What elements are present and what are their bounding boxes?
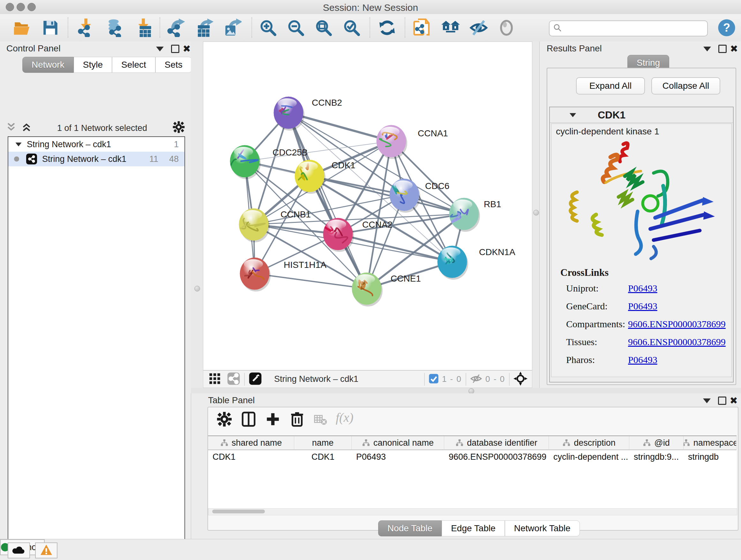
tab-style[interactable]: Style — [74, 57, 112, 73]
cloud-status-button[interactable] — [8, 543, 30, 558]
expand-all-networks-icon[interactable] — [21, 122, 32, 135]
close-panel-icon[interactable]: ✖ — [728, 395, 739, 406]
table-cell[interactable]: CDK1 — [208, 450, 294, 463]
node-CDKN1A[interactable] — [437, 246, 468, 280]
network-options-gear-icon[interactable] — [172, 121, 185, 136]
splitter-handle[interactable] — [533, 210, 539, 215]
show-columns-icon[interactable] — [241, 411, 257, 427]
node-label-CDK1: CDK1 — [332, 160, 355, 170]
panel-splitter-horizontal[interactable] — [191, 388, 741, 393]
create-column-icon[interactable] — [265, 411, 281, 427]
tab-node-table[interactable]: Node Table — [378, 520, 442, 537]
float-panel-icon[interactable] — [701, 395, 712, 406]
network-collection-row[interactable]: String Network – cdk1 1 — [8, 137, 185, 152]
network-row[interactable]: String Network – cdk1 11 48 — [8, 152, 185, 166]
delete-column-icon[interactable] — [289, 411, 305, 427]
import-network-database-icon[interactable] — [105, 18, 123, 37]
node-CDC6[interactable] — [390, 179, 420, 212]
search-box[interactable] — [549, 20, 708, 37]
table-cell[interactable]: cyclin-dependent ... — [549, 450, 629, 463]
zoom-selected-icon[interactable] — [342, 18, 361, 37]
open-session-icon[interactable] — [12, 18, 31, 37]
maximize-panel-icon[interactable] — [717, 395, 728, 406]
panel-splitter-vertical[interactable] — [532, 42, 539, 388]
column-header-description[interactable]: description — [549, 436, 629, 450]
node-CCNE1[interactable] — [352, 273, 383, 307]
maximize-panel-icon[interactable] — [170, 44, 181, 54]
node-CCNA1[interactable] — [377, 125, 407, 159]
warnings-button[interactable] — [35, 543, 57, 558]
crosslink-link[interactable]: P06493 — [628, 301, 657, 312]
node-CCNB2[interactable] — [274, 97, 305, 131]
column-header-database-identifier[interactable]: database identifier — [444, 436, 549, 450]
table-cell[interactable]: 9606.ENSP00000378699 — [444, 450, 549, 463]
node-label-CDKN1A: CDKN1A — [479, 247, 515, 257]
export-image-icon[interactable] — [223, 18, 242, 37]
hide-selected-icon[interactable] — [469, 18, 488, 37]
tab-edge-table[interactable]: Edge Table — [442, 520, 505, 537]
crosslink-link[interactable]: P06493 — [628, 283, 657, 294]
close-panel-icon[interactable]: ✖ — [181, 44, 192, 54]
zoom-in-icon[interactable] — [259, 18, 277, 37]
column-header-namespace[interactable]: namespace — [684, 436, 737, 450]
selected-checkbox-icon[interactable] — [428, 374, 439, 385]
scrollbar-thumb[interactable] — [212, 509, 265, 513]
detach-view-icon[interactable] — [249, 372, 262, 387]
export-network-icon[interactable] — [167, 18, 186, 37]
maximize-panel-icon[interactable] — [717, 44, 728, 54]
node-CDK1[interactable] — [295, 160, 326, 194]
column-header-@id[interactable]: @id — [629, 436, 684, 450]
import-table-file-icon[interactable] — [134, 18, 152, 37]
search-input[interactable] — [565, 22, 707, 35]
column-header-canonical-name[interactable]: canonical name — [352, 436, 444, 450]
close-panel-icon[interactable]: ✖ — [729, 44, 739, 54]
node-result-header[interactable]: CDK1 — [550, 107, 733, 123]
expand-all-button[interactable]: Expand All — [576, 77, 645, 95]
crosslink-link[interactable]: 9606.ENSP00000378699 — [628, 319, 726, 329]
zoom-out-icon[interactable] — [286, 18, 305, 37]
edge-h1-e1[interactable] — [255, 273, 367, 289]
float-panel-icon[interactable] — [702, 44, 713, 54]
current-network-indicator — [14, 157, 19, 162]
network-share-icon[interactable] — [227, 372, 240, 387]
table-cell[interactable]: stringdb — [684, 450, 737, 463]
node-table[interactable]: shared namenamecanonical namedatabase id… — [208, 435, 737, 508]
tab-network-table[interactable]: Network Table — [505, 520, 580, 537]
table-horizontal-scrollbar[interactable] — [208, 508, 737, 515]
network-view-title: String Network – cdk1 — [274, 374, 358, 384]
help-button[interactable]: ? — [718, 18, 736, 37]
node-CDC25B[interactable] — [227, 145, 261, 179]
table-cell[interactable]: P06493 — [352, 450, 444, 463]
network-canvas[interactable]: CCNB2 CCNA1 CDC25B CDK1 CDC6 RB1 CCNB1 — [203, 42, 532, 370]
tab-sets[interactable]: Sets — [155, 57, 192, 73]
tab-select[interactable]: Select — [112, 57, 155, 73]
birds-eye-view-icon[interactable] — [514, 372, 528, 387]
apply-layout-icon[interactable] — [378, 18, 396, 37]
node-RB1[interactable] — [449, 198, 480, 232]
table-options-gear-icon[interactable] — [216, 411, 232, 427]
export-table-icon[interactable] — [195, 18, 213, 37]
panel-splitter-vertical[interactable] — [191, 42, 203, 388]
float-panel-icon[interactable] — [154, 44, 165, 54]
crosslink-link[interactable]: P06493 — [628, 354, 657, 365]
collapse-all-button[interactable]: Collapse All — [651, 77, 720, 95]
column-header-shared-name[interactable]: shared name — [208, 436, 294, 450]
save-session-icon[interactable] — [41, 18, 60, 37]
table-cell[interactable]: stringdb:9... — [629, 450, 684, 463]
hidden-eye-slash-icon[interactable] — [470, 373, 482, 386]
network-icon — [26, 153, 37, 165]
first-neighbors-icon[interactable] — [441, 18, 460, 37]
column-header-name[interactable]: name — [294, 436, 352, 450]
import-network-file-icon[interactable] — [76, 18, 95, 37]
splitter-handle[interactable] — [194, 286, 200, 292]
table-cell[interactable]: CDK1 — [294, 450, 352, 463]
show-all-icon[interactable] — [497, 18, 516, 37]
zoom-fit-icon[interactable] — [314, 18, 333, 37]
collapse-all-networks-icon[interactable] — [6, 122, 17, 135]
node-HIST1H1A[interactable] — [240, 258, 271, 292]
crosslink-link[interactable]: 9606.ENSP00000378699 — [628, 336, 726, 348]
new-network-from-selection-icon[interactable] — [413, 18, 431, 37]
grid-view-icon[interactable] — [208, 372, 221, 386]
crosslink-label: Pharos: — [566, 354, 595, 365]
tab-network[interactable]: Network — [22, 57, 74, 73]
